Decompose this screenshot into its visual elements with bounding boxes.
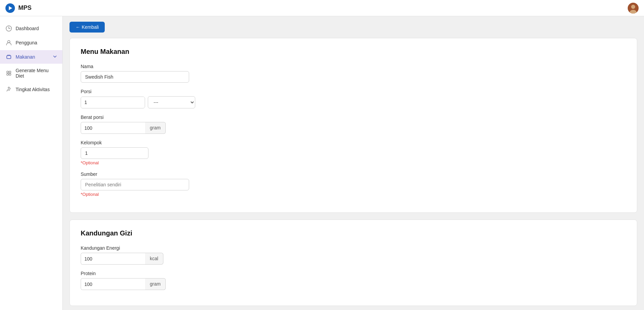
sumber-input[interactable] [81, 179, 189, 190]
app-logo [5, 3, 15, 13]
protein-unit-label: gram [145, 278, 166, 290]
menu-makanan-card: Menu Makanan Nama Porsi ▲ ▼ [69, 38, 637, 213]
porsi-label: Porsi [81, 89, 626, 94]
sidebar-label-tingkat: Tingkat Aktivitas [16, 87, 50, 92]
sumber-label: Sumber [81, 171, 626, 177]
header-bar: ← Kembali [63, 16, 644, 38]
porsi-unit-select[interactable]: --- [148, 96, 195, 108]
sidebar-item-pengguna[interactable]: Pengguna [0, 36, 62, 49]
nama-label: Nama [81, 64, 626, 69]
sidebar-label-dashboard: Dashboard [16, 26, 39, 31]
berat-porsi-spinner: ▲ ▼ [81, 122, 145, 134]
berat-porsi-group: Berat porsi ▲ ▼ gram [81, 115, 626, 134]
svg-point-1 [631, 5, 635, 9]
menu-makanan-title: Menu Makanan [81, 48, 626, 56]
protein-input[interactable] [81, 279, 145, 290]
energi-label: Kandungan Energi [81, 245, 626, 251]
berat-unit-label: gram [145, 122, 166, 134]
protein-wrap: ▲ ▼ gram [81, 278, 626, 290]
sidebar: Dashboard Pengguna Makanan [0, 16, 63, 310]
user-icon [5, 39, 12, 46]
main-content: ← Kembali Menu Makanan Nama Porsi ▲ ▼ [63, 16, 644, 310]
back-button[interactable]: ← Kembali [69, 22, 105, 33]
berat-porsi-label: Berat porsi [81, 115, 626, 120]
porsi-input[interactable] [81, 97, 145, 108]
sidebar-item-generate[interactable]: Generate Menu Diet [0, 64, 62, 82]
energi-unit-label: kcal [145, 253, 163, 265]
svg-rect-7 [9, 71, 11, 73]
kelompok-group: Kelompok *Optional [81, 140, 626, 165]
berat-porsi-input[interactable] [81, 123, 145, 133]
sumber-optional: *Optional [81, 192, 626, 197]
protein-label: Protein [81, 271, 626, 276]
sidebar-label-pengguna: Pengguna [16, 40, 37, 45]
protein-spinner: ▲ ▼ [81, 278, 145, 290]
topbar-left: MPS [5, 3, 32, 13]
dashboard-icon [5, 25, 12, 32]
topbar: MPS [0, 0, 644, 16]
energi-group: Kandungan Energi ▲ ▼ kcal [81, 245, 626, 265]
sidebar-item-dashboard[interactable]: Dashboard [0, 22, 62, 35]
generate-icon [5, 70, 12, 77]
sidebar-label-makanan: Makanan [16, 54, 35, 60]
porsi-spinner: ▲ ▼ [81, 97, 145, 108]
kandungan-gizi-card: Kandungan Gizi Kandungan Energi ▲ ▼ kcal [69, 220, 637, 306]
nama-group: Nama [81, 64, 626, 83]
berat-porsi-wrap: ▲ ▼ gram [81, 122, 626, 134]
food-icon [5, 54, 12, 60]
app-title: MPS [18, 4, 32, 12]
svg-rect-5 [7, 56, 11, 59]
porsi-row: ▲ ▼ --- [81, 96, 626, 108]
svg-point-10 [8, 87, 9, 88]
kandungan-gizi-title: Kandungan Gizi [81, 229, 626, 237]
svg-rect-9 [9, 74, 11, 75]
kelompok-input[interactable] [81, 147, 148, 159]
svg-rect-6 [7, 71, 8, 73]
energi-input[interactable] [81, 253, 145, 264]
protein-group: Protein ▲ ▼ gram [81, 271, 626, 290]
energi-wrap: ▲ ▼ kcal [81, 253, 626, 265]
svg-rect-8 [7, 74, 8, 75]
sumber-group: Sumber *Optional [81, 171, 626, 197]
nama-input[interactable] [81, 71, 189, 83]
sidebar-item-tingkat[interactable]: Tingkat Aktivitas [0, 83, 62, 96]
activity-icon [5, 86, 12, 93]
energi-spinner: ▲ ▼ [81, 253, 145, 265]
layout: Dashboard Pengguna Makanan [0, 16, 644, 310]
chevron-down-icon [53, 54, 57, 60]
avatar[interactable] [628, 3, 639, 14]
sidebar-item-makanan[interactable]: Makanan [0, 50, 62, 64]
kelompok-optional: *Optional [81, 160, 626, 165]
sidebar-label-generate: Generate Menu Diet [16, 68, 57, 79]
porsi-group: Porsi ▲ ▼ --- [81, 89, 626, 108]
kelompok-label: Kelompok [81, 140, 626, 145]
